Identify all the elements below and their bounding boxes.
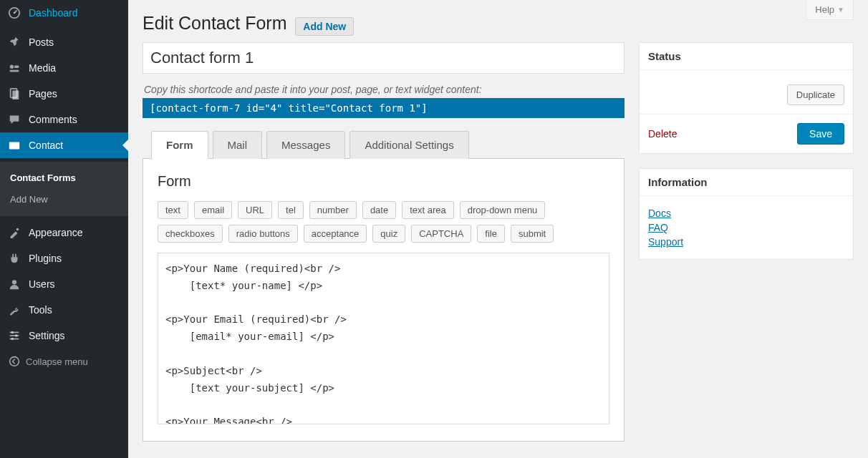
tag-button-url[interactable]: URL xyxy=(238,201,272,219)
tab-messages[interactable]: Messages xyxy=(266,131,345,159)
main-content: Help ▼ Edit Contact Form Add New Copy th… xyxy=(128,0,868,458)
page-title: Edit Contact Form xyxy=(143,0,286,42)
svg-rect-4 xyxy=(10,70,19,72)
tag-button-email[interactable]: email xyxy=(194,201,232,219)
status-box-title: Status xyxy=(640,43,853,70)
plugins-icon xyxy=(7,251,21,265)
svg-point-8 xyxy=(16,228,19,231)
svg-point-9 xyxy=(12,280,16,284)
mail-icon xyxy=(7,138,21,152)
collapse-icon xyxy=(7,354,21,369)
tag-button-checkboxes[interactable]: checkboxes xyxy=(158,225,223,243)
sidebar-item-label: Plugins xyxy=(29,251,62,265)
sidebar-item-posts[interactable]: Posts xyxy=(0,29,128,55)
shortcode-hint: Copy this shortcode and paste it into yo… xyxy=(144,84,625,95)
settings-icon xyxy=(7,328,21,343)
form-tab-panel: Form textemailURLtelnumberdatetext aread… xyxy=(143,159,625,442)
information-box-title: Information xyxy=(640,169,853,196)
sidebar-item-contact[interactable]: Contact xyxy=(0,132,128,158)
shortcode-display[interactable]: [contact-form-7 id="4" title="Contact fo… xyxy=(143,98,625,118)
form-title-input[interactable] xyxy=(143,42,625,74)
tag-button-file[interactable]: file xyxy=(477,225,505,243)
tag-button-radio-buttons[interactable]: radio buttons xyxy=(228,225,298,243)
svg-rect-7 xyxy=(9,142,19,150)
sidebar-item-label: Posts xyxy=(29,35,54,49)
tag-button-submit[interactable]: submit xyxy=(511,225,554,243)
tag-button-acceptance[interactable]: acceptance xyxy=(304,225,367,243)
tab-mail[interactable]: Mail xyxy=(213,131,263,159)
sidebar-item-tools[interactable]: Tools xyxy=(0,297,128,323)
svg-point-14 xyxy=(15,334,18,337)
collapse-menu-button[interactable]: Collapse menu xyxy=(0,349,128,374)
tag-button-date[interactable]: date xyxy=(362,201,396,219)
svg-rect-3 xyxy=(14,65,19,68)
admin-sidebar: DashboardPostsMediaPagesCommentsContactC… xyxy=(0,0,128,458)
sidebar-item-media[interactable]: Media xyxy=(0,55,128,81)
sidebar-item-users[interactable]: Users xyxy=(0,271,128,297)
help-tab[interactable]: Help ▼ xyxy=(806,0,854,20)
svg-point-16 xyxy=(10,357,19,366)
form-panel-heading: Form xyxy=(158,173,609,190)
tab-form[interactable]: Form xyxy=(151,131,208,159)
sidebar-submenu: Contact FormsAdd New xyxy=(0,162,128,216)
tag-button-text-area[interactable]: text area xyxy=(402,201,454,219)
information-box: Information DocsFAQSupport xyxy=(639,168,854,260)
sidebar-item-label: Appearance xyxy=(29,225,83,240)
help-label: Help xyxy=(815,4,834,15)
dashboard-icon xyxy=(7,6,21,20)
duplicate-button[interactable]: Duplicate xyxy=(787,84,844,105)
sidebar-item-label: Contact xyxy=(29,138,63,152)
sidebar-item-label: Comments xyxy=(29,112,77,127)
tab-bar: FormMailMessagesAdditional Settings xyxy=(143,131,625,159)
svg-point-2 xyxy=(10,65,14,69)
svg-rect-6 xyxy=(12,91,19,100)
sidebar-item-label: Settings xyxy=(29,328,65,343)
sidebar-item-plugins[interactable]: Plugins xyxy=(0,245,128,271)
sidebar-item-settings[interactable]: Settings xyxy=(0,323,128,349)
status-box: Status Duplicate Delete Save xyxy=(639,42,854,154)
tag-button-drop-down-menu[interactable]: drop-down menu xyxy=(460,201,546,219)
comments-icon xyxy=(7,112,21,127)
tag-button-tel[interactable]: tel xyxy=(278,201,304,219)
tag-button-captcha[interactable]: CAPTCHA xyxy=(411,225,471,243)
users-icon xyxy=(7,277,21,291)
delete-link[interactable]: Delete xyxy=(648,128,677,140)
tab-additional-settings[interactable]: Additional Settings xyxy=(349,131,468,159)
sidebar-item-dashboard[interactable]: Dashboard xyxy=(0,0,128,26)
svg-point-13 xyxy=(11,331,14,334)
sidebar-subitem-contact-forms[interactable]: Contact Forms xyxy=(0,167,128,189)
sidebar-item-comments[interactable]: Comments xyxy=(0,107,128,132)
tag-button-quiz[interactable]: quiz xyxy=(372,225,405,243)
sidebar-item-label: Dashboard xyxy=(29,6,78,20)
pin-icon xyxy=(7,35,21,49)
svg-point-15 xyxy=(11,338,14,341)
tag-generator-buttons: textemailURLtelnumberdatetext areadrop-d… xyxy=(158,201,609,243)
sidebar-item-label: Media xyxy=(29,61,56,75)
caret-down-icon: ▼ xyxy=(837,6,844,14)
media-icon xyxy=(7,61,21,75)
appearance-icon xyxy=(7,225,21,240)
info-link-support[interactable]: Support xyxy=(648,236,844,248)
save-button[interactable]: Save xyxy=(797,123,844,145)
form-template-textarea[interactable] xyxy=(158,253,609,424)
collapse-menu-label: Collapse menu xyxy=(26,356,88,367)
info-link-docs[interactable]: Docs xyxy=(648,208,844,219)
info-link-faq[interactable]: FAQ xyxy=(648,222,844,233)
pages-icon xyxy=(7,87,21,101)
sidebar-item-label: Users xyxy=(29,277,55,291)
add-new-button[interactable]: Add New xyxy=(295,17,354,36)
sidebar-item-appearance[interactable]: Appearance xyxy=(0,220,128,245)
sidebar-item-label: Pages xyxy=(29,87,57,101)
sidebar-subitem-add-new[interactable]: Add New xyxy=(0,189,128,210)
sidebar-item-label: Tools xyxy=(29,303,52,317)
svg-point-1 xyxy=(14,12,16,14)
sidebar-item-pages[interactable]: Pages xyxy=(0,81,128,107)
tools-icon xyxy=(7,303,21,317)
tag-button-number[interactable]: number xyxy=(309,201,357,219)
tag-button-text[interactable]: text xyxy=(158,201,188,219)
